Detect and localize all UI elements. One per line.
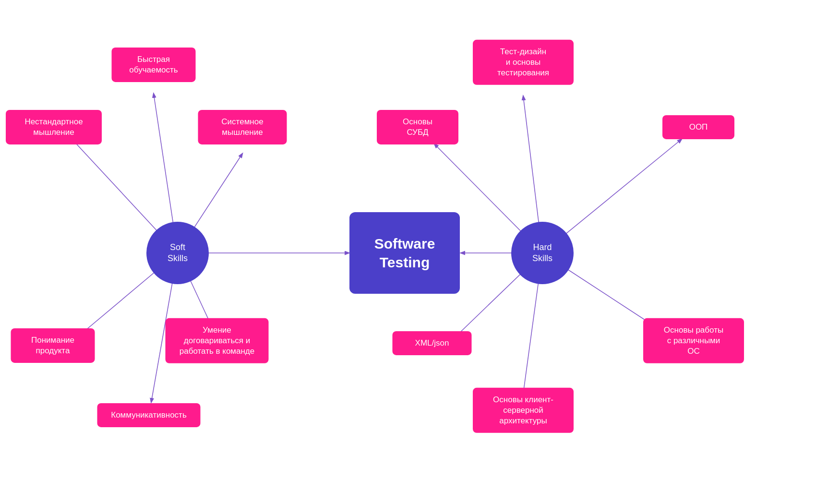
center-label: SoftwareTesting <box>374 234 435 272</box>
node-kommunik: Коммуникативность <box>97 403 201 427</box>
node-xml-json: XML/json <box>393 331 472 355</box>
hard-skills-label: HardSkills <box>532 242 552 264</box>
node-klient-server: Основы клиент-сервернойархитектуры <box>473 388 574 433</box>
node-osnovy-os: Основы работыс различнымиОС <box>643 318 744 363</box>
node-osnovy-subd: ОсновыСУБД <box>377 110 458 144</box>
node-ponimanie: Пониманиепродукта <box>11 328 95 363</box>
node-nestandart: Нестандартноемышление <box>6 110 102 144</box>
node-bystro: Быстраяобучаемость <box>112 48 196 82</box>
soft-skills-label: SoftSkills <box>168 242 188 264</box>
soft-skills-circle: SoftSkills <box>146 222 209 284</box>
node-test-dizain: Тест-дизайни основытестирования <box>473 40 574 85</box>
node-sistemno: Системноемышление <box>198 110 287 144</box>
mindmap-canvas: SoftwareTesting SoftSkills HardSkills Бы… <box>0 0 816 504</box>
hard-skills-circle: HardSkills <box>511 222 574 284</box>
center-node: SoftwareTesting <box>349 212 460 294</box>
node-oop: ООП <box>662 115 734 139</box>
node-umenie: Умениедоговариваться иработать в команде <box>166 318 269 363</box>
